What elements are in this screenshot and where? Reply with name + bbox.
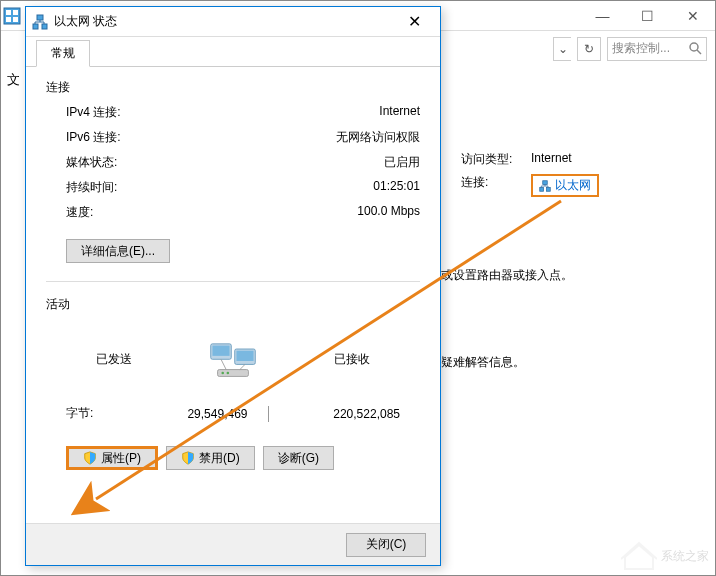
dialog-close-button[interactable]: ✕ [394,9,434,35]
bytes-label: 字节: [46,405,116,422]
svg-rect-3 [6,17,11,22]
bytes-received: 220,522,085 [269,407,421,421]
conn-row: IPv4 连接:Internet [66,104,420,121]
address-dropdown-icon[interactable]: ⌄ [553,37,571,61]
svg-point-5 [690,43,698,51]
svg-rect-22 [212,346,229,356]
svg-line-29 [240,364,245,369]
svg-rect-7 [543,180,548,184]
search-input[interactable]: 搜索控制... [607,37,707,61]
bytes-sent: 29,549,469 [116,407,268,421]
dialog-content: 连接 IPv4 连接:Internet IPv6 连接:无网络访问权限 媒体状态… [26,67,440,523]
disable-label: 禁用(D) [199,450,240,467]
shield-icon [83,451,97,465]
svg-rect-2 [13,10,18,15]
conn-row: IPv6 连接:无网络访问权限 [66,129,420,146]
maximize-button[interactable]: ☐ [625,1,670,31]
close-button[interactable]: 关闭(C) [346,533,426,557]
svg-rect-24 [236,351,253,361]
network-icon [539,180,551,192]
svg-rect-14 [37,15,43,20]
bg-help-text-1: 或设置路由器或接入点。 [441,267,695,284]
received-label: 已接收 [334,351,370,368]
bg-help-text-2: 疑难解答信息。 [441,354,695,371]
svg-rect-15 [33,24,38,29]
access-type-row: 访问类型: Internet [461,151,695,168]
dialog-title: 以太网 状态 [54,13,394,30]
properties-label: 属性(P) [101,450,141,467]
watermark: 系统之家 [621,541,709,571]
svg-line-28 [221,359,226,369]
properties-button[interactable]: 属性(P) [66,446,158,470]
svg-rect-8 [540,187,544,191]
disable-button[interactable]: 禁用(D) [166,446,255,470]
access-type-label: 访问类型: [461,151,531,168]
close-button[interactable]: ✕ [670,1,715,31]
activity-header: 已发送 已接收 [46,321,420,401]
activity-box: 已发送 已接收 字节: 29,549,469 220,5 [46,321,420,422]
network-icon [32,14,48,30]
refresh-button[interactable]: ↻ [577,37,601,61]
dialog-tabs: 常规 [26,37,440,67]
minimize-button[interactable]: — [580,1,625,31]
sent-label: 已发送 [96,351,132,368]
conn-row: 速度:100.0 Mbps [66,204,420,221]
svg-rect-4 [13,17,18,22]
divider [46,281,420,282]
tab-general[interactable]: 常规 [36,40,90,67]
svg-rect-9 [547,187,551,191]
connection-grid: IPv4 连接:Internet IPv6 连接:无网络访问权限 媒体状态:已启… [46,104,420,221]
house-icon [621,541,657,571]
svg-rect-1 [6,10,11,15]
details-button[interactable]: 详细信息(E)... [66,239,170,263]
dialog-titlebar: 以太网 状态 ✕ [26,7,440,37]
bytes-row: 字节: 29,549,469 220,522,085 [46,405,420,422]
connection-section-label: 连接 [46,79,420,96]
app-icon [3,7,21,25]
svg-point-27 [227,372,230,375]
dialog-footer: 关闭(C) [26,523,440,565]
connection-label: 连接: [461,174,531,197]
ethernet-link-text: 以太网 [555,177,591,194]
conn-row: 媒体状态:已启用 [66,154,420,171]
shield-icon [181,451,195,465]
watermark-text: 系统之家 [661,548,709,565]
svg-rect-16 [42,24,47,29]
connection-row: 连接: 以太网 [461,174,695,197]
ethernet-link[interactable]: 以太网 [531,174,599,197]
computers-icon [209,341,257,381]
conn-row: 持续时间:01:25:01 [66,179,420,196]
activity-section-label: 活动 [46,296,420,313]
dialog-action-buttons: 属性(P) 禁用(D) 诊断(G) [46,446,420,470]
search-icon [688,41,702,58]
access-type-value: Internet [531,151,572,168]
diagnose-button[interactable]: 诊断(G) [263,446,334,470]
ethernet-status-dialog: 以太网 状态 ✕ 常规 连接 IPv4 连接:Internet IPv6 连接:… [25,6,441,566]
svg-line-6 [697,50,701,54]
svg-point-26 [221,372,224,375]
search-placeholder: 搜索控制... [612,41,670,55]
